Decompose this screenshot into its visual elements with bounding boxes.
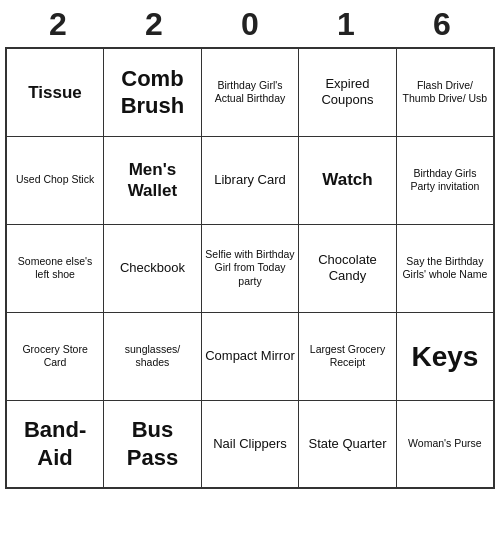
cell-2-2: Selfie with Birthday Girl from Today par… [201,224,298,312]
bingo-grid: TissueComb BrushBirthday Girl's Actual B… [5,47,495,489]
cell-1-1: Men's Wallet [104,136,202,224]
score-col-4: 1 [298,6,394,43]
cell-0-2: Birthday Girl's Actual Birthday [201,48,298,136]
cell-0-3: Expired Coupons [299,48,397,136]
cell-2-0: Someone else's left shoe [6,224,104,312]
cell-1-0: Used Chop Stick [6,136,104,224]
cell-0-1: Comb Brush [104,48,202,136]
score-col-2: 2 [106,6,202,43]
score-col-5: 6 [394,6,490,43]
cell-3-0: Grocery Store Card [6,312,104,400]
cell-4-0: Band-Aid [6,400,104,488]
cell-4-1: Bus Pass [104,400,202,488]
cell-1-2: Library Card [201,136,298,224]
cell-4-4: Woman's Purse [396,400,494,488]
cell-2-3: Chocolate Candy [299,224,397,312]
cell-4-2: Nail Clippers [201,400,298,488]
cell-0-4: Flash Drive/ Thumb Drive/ Usb [396,48,494,136]
cell-0-0: Tissue [6,48,104,136]
cell-3-3: Largest Grocery Receipt [299,312,397,400]
score-row: 2 2 0 1 6 [10,0,490,47]
score-col-1: 2 [10,6,106,43]
cell-2-1: Checkbook [104,224,202,312]
score-col-3: 0 [202,6,298,43]
cell-1-4: Birthday Girls Party invitation [396,136,494,224]
cell-2-4: Say the Birthday Girls' whole Name [396,224,494,312]
cell-4-3: State Quarter [299,400,397,488]
cell-3-4: Keys [396,312,494,400]
cell-3-2: Compact Mirror [201,312,298,400]
cell-1-3: Watch [299,136,397,224]
cell-3-1: sunglasses/ shades [104,312,202,400]
